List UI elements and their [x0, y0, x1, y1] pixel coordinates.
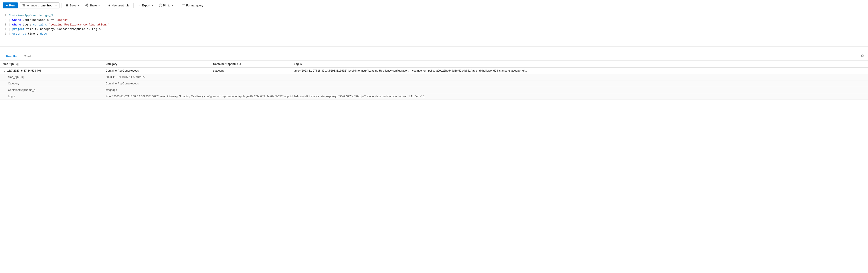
- pin-button[interactable]: Pin to ▼: [157, 2, 176, 8]
- expanded-label-time: time_t [UTC]: [0, 74, 103, 80]
- export-button[interactable]: Export ▼: [135, 2, 156, 8]
- editor-ellipsis: ...: [0, 46, 868, 52]
- code-line-4: 4 | project time_t, Category, ContainerA…: [0, 27, 868, 32]
- save-icon: [65, 4, 69, 7]
- share-button[interactable]: Share ▼: [83, 2, 102, 8]
- expanded-label-appname: ContainerAppName_s: [0, 87, 103, 93]
- list-item: Log_s time="2023-11-07T18:37:14.52933316…: [0, 93, 868, 100]
- time-range-label: Time range: [23, 4, 37, 7]
- log-suffix: app_id=helloworld2 instance=stageapp--qj…: [472, 69, 527, 72]
- svg-point-5: [87, 6, 88, 7]
- svg-line-7: [86, 5, 87, 6]
- expanded-value-category: ContainerAppConsoleLogs: [103, 80, 868, 87]
- code-token: ContainerAppConsoleLogs_CL: [9, 14, 54, 17]
- format-icon: [182, 4, 185, 7]
- svg-point-13: [861, 55, 863, 57]
- tabs-container: Results Chart: [3, 53, 34, 60]
- svg-line-6: [86, 4, 87, 5]
- run-label: Run: [9, 4, 14, 7]
- cell-log: time="2023-11-07T18:37:14.5293331669Z" l…: [291, 68, 868, 74]
- table-row: ⌄ 11/7/2023, 6:37:14.529 PM ContainerApp…: [0, 68, 868, 74]
- list-item: time_t [UTC] 2023-11-07T18:37:14.5294207…: [0, 74, 868, 80]
- pin-chevron-icon: ▼: [172, 4, 174, 7]
- export-chevron-icon: ▼: [151, 4, 154, 7]
- results-tabs: Results Chart: [0, 52, 868, 61]
- export-label: Export: [142, 4, 150, 7]
- share-label: Share: [89, 4, 97, 7]
- col-header-log: Log_s: [291, 61, 868, 68]
- toolbar-separator-3: [133, 3, 134, 8]
- tab-results[interactable]: Results: [3, 53, 20, 60]
- cell-category: ContainerAppConsoleLogs: [103, 68, 210, 74]
- expanded-value-appname: stageapp: [103, 87, 868, 93]
- expand-row-button[interactable]: ⌄: [3, 69, 6, 72]
- export-icon: [137, 4, 141, 7]
- svg-point-4: [86, 5, 86, 5]
- play-icon: [6, 4, 8, 7]
- plus-icon: +: [108, 4, 110, 7]
- expanded-label-category: Category: [0, 80, 103, 87]
- svg-line-14: [863, 57, 864, 57]
- format-query-button[interactable]: Format query: [180, 2, 206, 8]
- cell-app: stageapp: [210, 68, 291, 74]
- share-chevron-icon: ▼: [98, 4, 100, 7]
- chevron-down-icon: ▼: [55, 4, 57, 7]
- code-line-1: 1 ContainerAppConsoleLogs_CL: [0, 13, 868, 18]
- col-header-appname: ContainerAppName_s: [210, 61, 291, 68]
- svg-rect-1: [67, 4, 68, 5]
- run-button[interactable]: Run: [3, 2, 18, 8]
- cell-time: ⌄ 11/7/2023, 6:37:14.529 PM: [0, 68, 103, 74]
- list-item: ContainerAppName_s stageapp: [0, 87, 868, 93]
- toolbar: Run Time range : Last hour ▼ Save ▼ Shar…: [0, 0, 868, 11]
- save-button[interactable]: Save ▼: [63, 2, 82, 8]
- format-label: Format query: [186, 4, 203, 7]
- code-line-3: 3 | where Log_s contains "Loading Resili…: [0, 23, 868, 27]
- code-editor[interactable]: 1 ContainerAppConsoleLogs_CL 2 | where C…: [0, 11, 868, 46]
- time-range-button[interactable]: Time range : Last hour ▼: [20, 2, 60, 8]
- results-container: time_t [UTC] Category ContainerAppName_s…: [0, 61, 868, 100]
- new-alert-button[interactable]: + New alert rule: [106, 3, 132, 8]
- svg-rect-2: [66, 5, 68, 6]
- save-chevron-icon: ▼: [78, 4, 80, 7]
- pin-label: Pin to: [163, 4, 170, 7]
- time-range-value: Last hour: [40, 4, 54, 7]
- list-item: Category ContainerAppConsoleLogs: [0, 80, 868, 87]
- expanded-value-log: time="2023-11-07T18:37:14.5293331669Z" l…: [103, 93, 868, 100]
- new-alert-label: New alert rule: [112, 4, 129, 7]
- results-table: time_t [UTC] Category ContainerAppName_s…: [0, 61, 868, 100]
- code-line-5: 5 | order by time_t desc: [0, 32, 868, 36]
- svg-point-3: [87, 4, 88, 5]
- col-header-category: Category: [103, 61, 210, 68]
- code-line-2: 2 | where ContainerName_s == "daprd": [0, 18, 868, 23]
- main-time-value: 11/7/2023, 6:37:14.529 PM: [7, 69, 41, 72]
- log-highlighted: "Loading Resiliency configuration: mycom…: [367, 69, 472, 72]
- time-range-sep: :: [38, 4, 39, 7]
- share-icon: [85, 4, 88, 7]
- save-label: Save: [70, 4, 76, 7]
- toolbar-separator-2: [104, 3, 104, 8]
- results-search-button[interactable]: [860, 54, 865, 59]
- log-prefix: time="2023-11-07T18:37:14.5293331669Z" l…: [294, 69, 368, 72]
- expanded-value-time: 2023-11-07T18:37:14.5294207Z: [103, 74, 868, 80]
- col-header-time: time_t [UTC]: [0, 61, 103, 68]
- table-header-row: time_t [UTC] Category ContainerAppName_s…: [0, 61, 868, 68]
- pin-icon: [159, 4, 162, 7]
- expanded-label-log: Log_s: [0, 93, 103, 100]
- tab-chart[interactable]: Chart: [20, 53, 34, 60]
